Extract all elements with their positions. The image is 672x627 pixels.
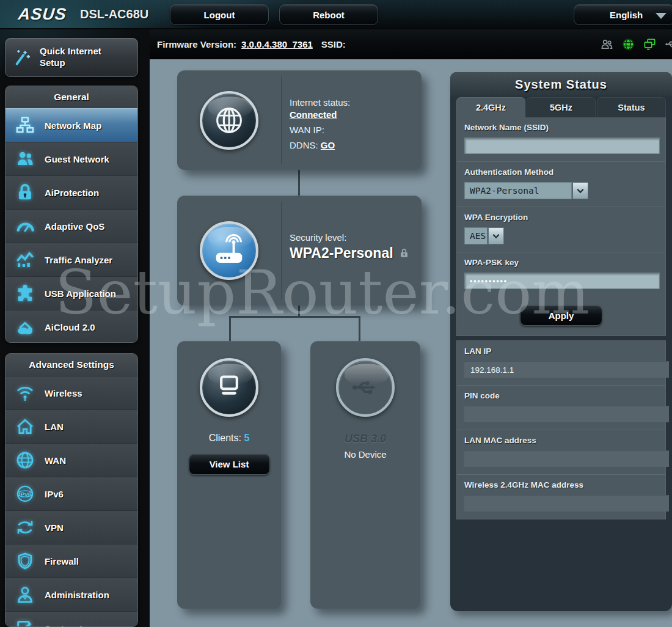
- sidebar-item-usb-application[interactable]: USB Application: [5, 276, 137, 310]
- connector-line: [298, 170, 300, 196]
- sidebar-item-label: Firewall: [45, 556, 79, 566]
- auth-method-label: Authentication Method: [464, 167, 658, 177]
- router-admin-page: ASUS DSL-AC68U Logout Reboot English Qui…: [0, 0, 672, 627]
- lan-info-box: LAN IP 192.168.1.1 PIN code LAN MAC addr…: [456, 340, 666, 519]
- wireless-settings-box: Network Name (SSID) Authentication Metho…: [456, 117, 666, 336]
- sidebar-item-firewall[interactable]: Firewall: [5, 544, 137, 578]
- view-list-button[interactable]: View List: [189, 453, 270, 475]
- wireless-mac-label: Wireless 2.4GHz MAC address: [464, 480, 658, 490]
- auth-method-select[interactable]: WPA2-Personal: [464, 182, 588, 199]
- sidebar-header-advanced: Advanced Settings: [5, 354, 137, 376]
- sidebar-group-general: General Network Map Guest Network AiProt…: [5, 86, 138, 343]
- internet-status-link[interactable]: Connected: [290, 109, 350, 120]
- security-level-card: Security level: WPA2-Personal: [177, 196, 422, 306]
- pin-code-value: [464, 406, 669, 422]
- sidebar-item-label: Quick Internet Setup: [40, 46, 125, 69]
- internet-status-card: Internet status: Connected WAN IP: DDNS:…: [177, 70, 422, 170]
- auth-method-value: WPA2-Personal: [464, 182, 572, 199]
- vpn-arrows-icon: [5, 517, 45, 538]
- sidebar-item-label: Traffic Analyzer: [45, 255, 112, 265]
- sidebar-item-adaptive-qos[interactable]: Adaptive QoS: [5, 209, 137, 243]
- sidebar-item-traffic-analyzer[interactable]: Traffic Analyzer: [5, 243, 137, 276]
- chevron-down-icon[interactable]: [488, 227, 504, 244]
- aicloud-icon: [5, 317, 45, 337]
- sidebar-item-label: VPN: [45, 522, 64, 533]
- lan-ip-label: LAN IP: [464, 346, 658, 356]
- sidebar-item-label: AiCloud 2.0: [45, 322, 95, 332]
- sidebar-item-label: Wireless: [45, 388, 82, 398]
- tab-2-4ghz[interactable]: 2.4GHz: [456, 97, 525, 117]
- language-label: English: [610, 10, 643, 20]
- sidebar-item-vpn[interactable]: VPN: [5, 510, 137, 544]
- divider: [281, 76, 282, 164]
- usb-status-icon[interactable]: [664, 37, 672, 51]
- info-bar: Firmware Version: 3.0.0.4.380_7361 SSID:: [150, 29, 672, 59]
- connector-line: [359, 316, 360, 341]
- chevron-down-icon: [656, 13, 667, 19]
- ssid-field-label: Network Name (SSID): [464, 123, 658, 132]
- clients-status-icon[interactable]: [600, 37, 614, 51]
- ssid-label: SSID:: [321, 39, 346, 50]
- sidebar-item-aicloud[interactable]: AiCloud 2.0: [5, 310, 137, 343]
- firmware-version-link[interactable]: 3.0.0.4.380_7361: [241, 39, 313, 50]
- apply-button[interactable]: Apply: [520, 305, 602, 326]
- firmware-label: Firmware Version:: [157, 39, 236, 50]
- ddns-go-link[interactable]: GO: [321, 140, 335, 150]
- system-log-icon: [5, 618, 45, 627]
- psk-key-label: WPA-PSK key: [464, 258, 658, 267]
- chevron-down-icon[interactable]: [572, 182, 588, 199]
- sidebar-item-aiprotection[interactable]: AiProtection: [5, 175, 137, 209]
- lock-icon: [398, 248, 410, 259]
- pin-code-label: PIN code: [464, 391, 658, 400]
- wpa-encryption-select[interactable]: AES: [464, 227, 504, 244]
- internet-status-label: Internet status:: [290, 97, 350, 108]
- sidebar-item-label: IPv6: [45, 489, 64, 499]
- security-level-label: Security level:: [290, 232, 410, 243]
- usb-card: USB 3.0 No Device: [310, 341, 420, 609]
- usb-status-text: No Device: [344, 449, 386, 460]
- internet-status-icon[interactable]: [621, 37, 635, 51]
- network-map-icon: [5, 115, 45, 136]
- traffic-analyzer-chart-icon: [5, 249, 45, 270]
- ddns-label: DDNS:: [290, 140, 318, 150]
- psk-key-input[interactable]: ••••••••••: [464, 273, 660, 289]
- reboot-button[interactable]: Reboot: [279, 4, 378, 25]
- ssid-input[interactable]: [464, 138, 660, 154]
- logout-button[interactable]: Logout: [170, 4, 269, 25]
- sidebar-item-label: Guest Network: [45, 154, 109, 164]
- usb-port-icon[interactable]: [336, 358, 395, 417]
- clients-count-row: Clients: 5: [209, 433, 250, 444]
- adaptive-qos-gauge-icon: [5, 216, 45, 237]
- wan-ip-label: WAN IP:: [290, 125, 350, 135]
- sidebar-group-advanced: Advanced Settings Wireless LAN WAN IPv6 …: [5, 353, 138, 627]
- router-icon[interactable]: [200, 221, 258, 280]
- sidebar-item-label: Network Map: [45, 120, 101, 131]
- wpa-encryption-value: AES: [464, 227, 488, 244]
- tab-status[interactable]: Status: [597, 97, 666, 117]
- sidebar-item-administration[interactable]: Administration: [5, 578, 137, 611]
- devices-status-icon[interactable]: [643, 37, 657, 51]
- sidebar-item-guest-network[interactable]: Guest Network: [5, 142, 137, 175]
- internet-globe-icon[interactable]: [200, 91, 258, 150]
- model-name: DSL-AC68U: [80, 7, 148, 21]
- security-level-value: WPA2-Personal: [290, 245, 393, 262]
- sidebar-item-quick-internet-setup[interactable]: Quick Internet Setup: [5, 38, 138, 77]
- sidebar-item-ipv6[interactable]: IPv6 IPv6: [5, 477, 137, 510]
- clients-card: Clients: 5 View List: [177, 341, 281, 609]
- language-selector[interactable]: English: [574, 4, 672, 25]
- sidebar-item-network-map[interactable]: Network Map: [5, 108, 137, 142]
- sidebar-item-lan[interactable]: LAN: [5, 409, 137, 443]
- lan-mac-value: [464, 450, 669, 467]
- connector-line: [229, 316, 231, 341]
- usb-application-puzzle-icon: [5, 283, 45, 304]
- sidebar-item-system-log[interactable]: System Log: [5, 611, 137, 627]
- sidebar-item-wan[interactable]: WAN: [5, 443, 137, 477]
- sidebar-item-label: System Log: [45, 623, 97, 627]
- clients-monitor-icon[interactable]: [200, 358, 258, 417]
- lan-ip-value: 192.168.1.1: [464, 361, 669, 378]
- top-bar: ASUS DSL-AC68U Logout Reboot English: [0, 0, 672, 29]
- tab-5ghz[interactable]: 5GHz: [527, 97, 596, 117]
- wireless-wifi-icon: [5, 383, 45, 403]
- sidebar-item-wireless[interactable]: Wireless: [5, 376, 137, 409]
- magic-wand-icon: [5, 48, 40, 67]
